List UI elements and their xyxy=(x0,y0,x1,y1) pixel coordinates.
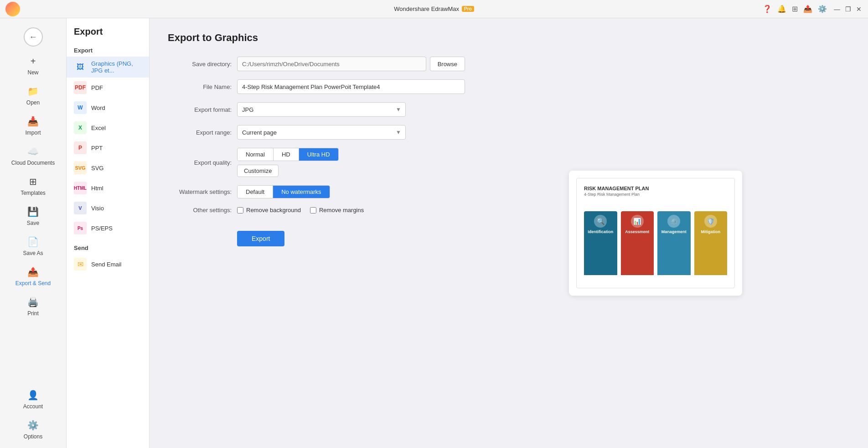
watermark-default-button[interactable]: Default xyxy=(238,186,273,198)
file-name-label: File Name: xyxy=(168,83,232,90)
export-sidebar-title: Export xyxy=(67,18,149,42)
open-icon: 📁 xyxy=(27,85,40,98)
main-layout: ← + New 📁 Open 📥 Import ☁️ Cloud Documen… xyxy=(0,18,868,448)
export-type-pseps[interactable]: Ps PS/EPS xyxy=(67,218,149,238)
export-range-select[interactable]: Current page All pages Selected objects xyxy=(237,125,406,140)
other-settings-row: Other settings: Remove background Remove… xyxy=(168,207,542,214)
export-type-excel[interactable]: X Excel xyxy=(67,118,149,138)
graphics-icon: 🖼 xyxy=(74,61,87,73)
export-type-pdf[interactable]: PDF PDF xyxy=(67,78,149,98)
titlebar: Wondershare EdrawMax Pro ❓ 🔔 ⊞ 📤 ⚙️ — ❐ … xyxy=(0,0,868,18)
export-range-label: Export range: xyxy=(168,129,232,136)
sidebar-item-open[interactable]: 📁 Open xyxy=(0,80,66,110)
remove-background-checkbox[interactable] xyxy=(237,207,243,214)
export-button[interactable]: Export xyxy=(237,231,284,246)
sidebar-item-print[interactable]: 🖨️ Print xyxy=(0,291,66,321)
bar-assessment: 📊 Assessment xyxy=(621,202,654,275)
export-type-label: Html xyxy=(91,185,103,192)
export-type-ppt[interactable]: P PPT xyxy=(67,138,149,158)
bar-4-label: Mitigation xyxy=(694,229,728,237)
sidebar-item-label: Export & Send xyxy=(16,280,51,287)
ps-icon: Ps xyxy=(74,222,87,234)
restore-button[interactable]: ❐ xyxy=(844,5,852,13)
other-settings-label: Other settings: xyxy=(168,207,232,214)
file-name-input[interactable] xyxy=(237,79,465,94)
export-format-select[interactable]: JPG PNG BMP SVG TIFF xyxy=(237,102,406,117)
notification-icon[interactable]: 🔔 xyxy=(777,5,786,13)
watermark-row: Watermark settings: Default No watermark… xyxy=(168,185,542,198)
remove-margins-label[interactable]: Remove margins xyxy=(310,207,364,214)
settings-icon[interactable]: ⚙️ xyxy=(818,5,827,13)
remove-background-text: Remove background xyxy=(246,207,301,214)
save-icon: 💾 xyxy=(27,205,40,218)
bar-3-icon: ⚙️ xyxy=(667,215,680,228)
send-email-item[interactable]: ✉ Send Email xyxy=(67,254,149,274)
other-settings-controls: Remove background Remove margins xyxy=(237,207,364,214)
close-button[interactable]: ✕ xyxy=(855,5,863,13)
watermark-none-button[interactable]: No watermarks xyxy=(273,186,329,198)
browse-button[interactable]: Browse xyxy=(430,57,465,71)
sidebar-item-label: Save xyxy=(27,220,39,226)
export-type-word[interactable]: W Word xyxy=(67,98,149,118)
export-form: Export to Graphics Save directory: Brows… xyxy=(150,18,560,448)
export-button-row: Export xyxy=(237,222,542,246)
watermark-label: Watermark settings: xyxy=(168,188,232,195)
bar-2-icon: 📊 xyxy=(631,215,644,228)
export-type-graphics[interactable]: 🖼 Graphics (PNG, JPG et... xyxy=(67,57,149,78)
export-type-html[interactable]: HTML Html xyxy=(67,178,149,198)
minimize-button[interactable]: — xyxy=(833,5,841,13)
export-type-label: Word xyxy=(91,104,105,111)
html-icon: HTML xyxy=(74,182,87,194)
sidebar-item-templates[interactable]: ⊞ Templates xyxy=(0,171,66,201)
sidebar-item-saveas[interactable]: 📄 Save As xyxy=(0,231,66,261)
share-icon[interactable]: 📤 xyxy=(803,5,812,13)
import-icon: 📥 xyxy=(27,115,40,128)
file-name-control xyxy=(237,79,465,94)
quality-hd-button[interactable]: HD xyxy=(274,148,299,161)
quality-buttons: Normal HD Ultra HD xyxy=(237,148,339,161)
sidebar-item-label: Print xyxy=(27,310,39,317)
customize-button[interactable]: Customize xyxy=(237,165,279,177)
help-icon[interactable]: ❓ xyxy=(763,5,772,13)
export-range-row: Export range: Current page All pages Sel… xyxy=(168,125,542,140)
sidebar-item-new[interactable]: + New xyxy=(0,50,66,80)
sidebar-item-save[interactable]: 💾 Save xyxy=(0,201,66,231)
back-button[interactable]: ← xyxy=(24,27,43,47)
remove-background-label[interactable]: Remove background xyxy=(237,207,301,214)
export-format-label: Export format: xyxy=(168,106,232,113)
sidebar-item-import[interactable]: 📥 Import xyxy=(0,110,66,141)
sidebar-item-cloud[interactable]: ☁️ Cloud Documents xyxy=(0,141,66,171)
quality-ultrahd-button[interactable]: Ultra HD xyxy=(299,148,338,161)
export-type-label: PDF xyxy=(91,84,103,91)
export-type-label: Excel xyxy=(91,125,106,131)
titlebar-actions: ❓ 🔔 ⊞ 📤 ⚙️ xyxy=(763,5,827,13)
sidebar-item-label: Cloud Documents xyxy=(11,160,55,166)
sidebar-nav: ← + New 📁 Open 📥 Import ☁️ Cloud Documen… xyxy=(0,18,67,448)
export-format-control: JPG PNG BMP SVG TIFF ▼ xyxy=(237,102,406,117)
avatar xyxy=(5,2,20,16)
bar-management: ⚙️ Management xyxy=(657,202,691,275)
export-type-label: Graphics (PNG, JPG et... xyxy=(91,60,142,74)
apps-icon[interactable]: ⊞ xyxy=(792,5,798,13)
save-directory-row: Save directory: Browse xyxy=(168,57,542,71)
bar-3: ⚙️ Management xyxy=(657,211,691,275)
sidebar-item-export[interactable]: 📤 Export & Send xyxy=(0,261,66,291)
sidebar-item-account[interactable]: 👤 Account xyxy=(0,384,66,414)
bar-2: 📊 Assessment xyxy=(621,211,654,275)
sidebar-item-label: Templates xyxy=(21,190,46,196)
preview-card: RISK MANAGEMENT PLAN 4-Step Risk Managem… xyxy=(569,171,742,296)
remove-margins-checkbox[interactable] xyxy=(310,207,316,214)
preview-area: RISK MANAGEMENT PLAN 4-Step Risk Managem… xyxy=(560,18,751,448)
app-title: Wondershare EdrawMax Pro xyxy=(394,5,474,12)
export-type-svg[interactable]: SVG SVG xyxy=(67,158,149,178)
export-quality-label: Export quality: xyxy=(168,159,232,166)
export-type-label: Visio xyxy=(91,205,104,212)
chart-title: RISK MANAGEMENT PLAN xyxy=(584,186,727,191)
sidebar-item-options[interactable]: ⚙️ Options xyxy=(0,414,66,444)
save-directory-input[interactable] xyxy=(237,57,426,71)
export-type-visio[interactable]: V Visio xyxy=(67,198,149,218)
sidebar-item-label: Save As xyxy=(23,250,43,256)
quality-normal-button[interactable]: Normal xyxy=(238,148,274,161)
export-type-label: SVG xyxy=(91,165,103,172)
preview-inner: RISK MANAGEMENT PLAN 4-Step Risk Managem… xyxy=(576,178,735,288)
